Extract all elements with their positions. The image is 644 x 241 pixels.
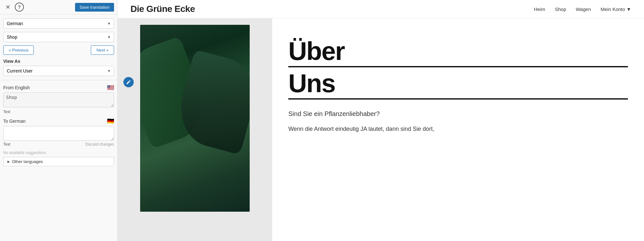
view-as-label: View As <box>3 59 114 64</box>
page-select-wrapper: Shop Home About <box>3 32 114 42</box>
close-button[interactable]: ✕ <box>3 3 12 12</box>
to-flag: 🇩🇪 <box>107 118 114 125</box>
plant-image <box>140 25 250 212</box>
body-text: Wenn die Antwort eindeutig JA lautet, da… <box>288 125 628 133</box>
from-section: From English 🇺🇸 Shop Text <box>3 84 114 114</box>
site-title: Die Grüne Ecke <box>130 4 195 14</box>
other-languages-button[interactable]: ▶ Other languages <box>3 157 114 166</box>
preview-content: Über Uns Sind Sie ein Pflanzenliebhaber?… <box>118 18 644 241</box>
heading-line1: Über <box>288 38 628 67</box>
source-textarea: Shop <box>3 92 114 107</box>
mein-konto-label: Mein Konto <box>601 6 625 12</box>
view-as-section: View As Current User Visitor Admin <box>0 59 117 76</box>
site-header: Die Grüne Ecke Heim Shop Wagen Mein Kont… <box>118 0 644 18</box>
divider <box>0 80 117 80</box>
save-translation-button[interactable]: Save translation <box>75 3 114 12</box>
subtitle-text: Sind Sie ein Pflanzenliebhaber? <box>288 109 628 118</box>
target-textarea[interactable] <box>3 126 114 141</box>
translation-section: From English 🇺🇸 Shop Text To German 🇩🇪 T… <box>0 84 117 156</box>
right-area: Die Grüne Ecke Heim Shop Wagen Mein Kont… <box>118 0 644 241</box>
to-section: To German 🇩🇪 Text Discard changes <box>3 118 114 147</box>
pencil-svg <box>126 80 131 85</box>
mein-konto-arrow-icon: ▼ <box>626 6 631 12</box>
image-column <box>118 18 272 241</box>
nav-mein-konto[interactable]: Mein Konto ▼ <box>601 6 631 12</box>
uber-uns-heading: Über Uns <box>288 38 628 100</box>
edit-icon[interactable] <box>123 77 134 87</box>
view-as-select[interactable]: Current User Visitor Admin <box>3 66 114 76</box>
discard-changes-link[interactable]: Discard changes <box>85 142 114 147</box>
language-select-wrapper: German French Spanish <box>3 18 114 29</box>
nav-heim[interactable]: Heim <box>534 6 545 12</box>
next-button[interactable]: Next » <box>91 45 114 55</box>
panel-content: German French Spanish Shop Home About « … <box>0 14 117 59</box>
from-flag: 🇺🇸 <box>107 84 114 91</box>
translation-panel: ✕ ? Save translation German French Spani… <box>0 0 118 241</box>
nav-shop[interactable]: Shop <box>555 6 566 12</box>
suggestions-text: No available suggestions <box>3 150 114 156</box>
target-field-type: Text <box>3 142 10 147</box>
nav-wagen[interactable]: Wagen <box>576 6 591 12</box>
from-lang-row: From English 🇺🇸 <box>3 84 114 91</box>
to-lang-label: To German <box>3 119 25 124</box>
triangle-icon: ▶ <box>7 160 10 163</box>
target-bottom-row: Text Discard changes <box>3 142 114 147</box>
other-languages-label: Other languages <box>12 159 43 164</box>
page-select[interactable]: Shop Home About <box>3 32 114 42</box>
from-lang-label: From English <box>3 85 30 90</box>
nav-buttons: « Previous Next » <box>3 45 114 55</box>
help-button[interactable]: ? <box>15 3 24 12</box>
top-bar: ✕ ? Save translation <box>0 0 117 14</box>
site-nav: Heim Shop Wagen Mein Konto ▼ <box>534 6 631 12</box>
previous-button[interactable]: « Previous <box>3 45 34 55</box>
to-lang-row: To German 🇩🇪 <box>3 118 114 125</box>
language-select[interactable]: German French Spanish <box>3 18 114 29</box>
heading-line2: Uns <box>288 70 628 100</box>
source-field-type: Text <box>3 110 10 114</box>
text-column: Über Uns Sind Sie ein Pflanzenliebhaber?… <box>272 18 644 241</box>
view-as-select-wrapper: Current User Visitor Admin <box>3 66 114 76</box>
